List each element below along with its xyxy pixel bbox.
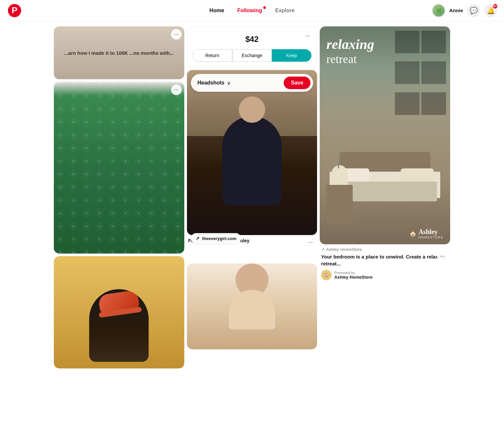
notifications-button[interactable]: 🔔 9+ <box>484 4 497 17</box>
more-icon: ··· <box>306 33 310 39</box>
svg-rect-2 <box>54 82 184 254</box>
portrait-image <box>187 263 317 349</box>
keep-button[interactable]: Keep <box>272 49 311 62</box>
notification-badge: 9+ <box>492 3 498 9</box>
bedroom-text-overlay: relaxing retreat <box>326 36 374 66</box>
more-icon: ··· <box>174 31 178 37</box>
price-value: $42 <box>245 35 259 44</box>
nav-explore[interactable]: Explore <box>269 4 301 17</box>
more-icon: ··· <box>174 87 178 93</box>
shoe-image <box>54 256 184 368</box>
article-card[interactable]: ...arn how I made it to 100K ...ne month… <box>54 26 184 79</box>
arrow-icon: ↗ <box>196 236 199 241</box>
source-name: Ashley HomeStore <box>326 247 362 252</box>
pinterest-logo[interactable]: P <box>8 4 21 17</box>
more-options-button[interactable]: ··· <box>171 29 182 40</box>
masonry-grid: ...arn how I made it to 100K ...ne month… <box>54 26 450 368</box>
more-options-button[interactable]: ··· <box>171 85 182 95</box>
main-content: ...arn how I made it to 100K ...ne month… <box>0 21 504 374</box>
price-action-buttons: Return Exchange Keep <box>193 49 312 62</box>
board-selector[interactable]: Headshots ∨ <box>198 80 231 86</box>
price-display: $42 <box>193 32 312 47</box>
navigation: P Home Following Explore 🌿 Annie 💬 🔔 9+ <box>0 0 504 21</box>
portrait-card[interactable] <box>187 250 317 349</box>
return-button[interactable]: Return <box>193 49 232 62</box>
more-icon: ··· <box>440 253 444 259</box>
green-shirt-image <box>54 82 184 254</box>
more-options-button[interactable]: ··· <box>437 251 448 261</box>
shoe-card[interactable] <box>54 256 184 368</box>
avatar-image-placeholder: 🌿 <box>436 8 442 13</box>
messages-button[interactable]: 💬 <box>467 4 480 17</box>
price-card[interactable]: $42 Return Exchange Keep ··· <box>187 26 317 67</box>
username[interactable]: Annie <box>449 8 463 13</box>
ashley-brand: 🏠 Ashley HOMESTORE <box>409 228 444 239</box>
headshot-image <box>187 70 317 235</box>
promoted-brand-name: Ashley HomeStore <box>334 275 373 280</box>
nav-following[interactable]: Following <box>232 4 268 17</box>
source-domain: theeverygirl.com <box>202 236 236 241</box>
more-options-button[interactable]: ··· <box>305 237 316 248</box>
logo-letter: P <box>12 5 17 16</box>
following-dot <box>263 6 266 9</box>
bedroom-pin-footer: ↗ Ashley HomeStore ··· Your bedroom is a… <box>320 244 450 282</box>
nav-home[interactable]: Home <box>203 4 230 17</box>
promo-description: Your bedroom is a place to unwind. Creat… <box>321 253 449 267</box>
save-dropdown: Headshots ∨ Save <box>191 74 313 92</box>
column-3: relaxing retreat <box>320 26 450 282</box>
ashley-logo-icon: 🏠 <box>409 230 416 237</box>
promoted-by-label: Promoted by <box>334 271 373 275</box>
column-1: ...arn how I made it to 100K ...ne month… <box>54 26 184 368</box>
board-name: Headshots <box>198 80 225 86</box>
overlay-relaxing: relaxing <box>326 36 374 52</box>
green-shirt-card[interactable]: ··· <box>54 82 184 254</box>
promoted-by-section: 🏠 Promoted by Ashley HomeStore <box>321 270 449 280</box>
article-text: ...arn how I made it to 100K ...ne month… <box>64 50 174 56</box>
source-tag[interactable]: ↗ Ashley HomeStore <box>321 247 449 252</box>
bedroom-card[interactable]: relaxing retreat <box>320 26 450 282</box>
message-icon: 💬 <box>470 7 478 15</box>
column-2: $42 Return Exchange Keep ··· Headshots ∨ <box>187 26 317 349</box>
more-icon: ··· <box>308 239 313 245</box>
chevron-down-icon: ∨ <box>227 80 231 86</box>
overlay-retreat: retreat <box>326 52 374 66</box>
ashley-brand-sub: HOMESTORE <box>418 236 444 239</box>
bedroom-image: relaxing retreat <box>320 26 450 244</box>
promoted-logo-icon: 🏠 <box>324 273 329 277</box>
arrow-icon: ↗ <box>321 247 325 252</box>
headshot-card[interactable]: Headshots ∨ Save ↗ <box>187 70 317 248</box>
article-image: ...arn how I made it to 100K ...ne month… <box>54 26 184 79</box>
save-button[interactable]: Save <box>284 77 310 89</box>
source-link[interactable]: ↗ theeverygirl.com <box>191 233 241 244</box>
nav-right-actions: 🌿 Annie 💬 🔔 9+ <box>432 4 497 17</box>
promoted-logo: 🏠 <box>321 270 332 280</box>
exchange-button[interactable]: Exchange <box>232 49 272 62</box>
user-avatar[interactable]: 🌿 <box>432 4 445 17</box>
nav-links: Home Following Explore <box>203 4 301 17</box>
ashley-brand-name: Ashley <box>418 228 444 236</box>
